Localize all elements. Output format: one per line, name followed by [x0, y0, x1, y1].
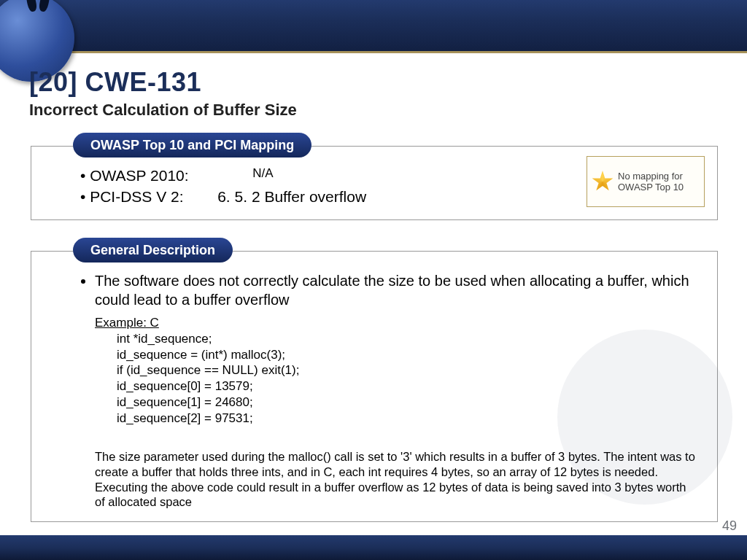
- mapping-header-pill: OWASP Top 10 and PCI Mapping: [73, 133, 311, 158]
- owasp-label: OWASP 2010:: [90, 165, 217, 186]
- description-bullet: The software does not correctly calculat…: [95, 271, 706, 310]
- description-header-pill: General Description: [73, 238, 233, 262]
- code-line: id_sequence = (int*) malloc(3);: [117, 347, 700, 363]
- top-banner: [0, 0, 747, 53]
- star-icon: [592, 171, 614, 192]
- badge-text: No mapping for OWASP Top 10: [618, 171, 700, 192]
- code-line: if (id_sequence == NULL) exit(1);: [117, 362, 700, 378]
- bottom-banner: [0, 535, 747, 560]
- pci-label: PCI-DSS V 2:: [90, 186, 217, 207]
- code-line: id_sequence[2] = 97531;: [117, 411, 700, 427]
- slide-title: [20] CWE-131: [29, 67, 718, 98]
- owasp-value: N/A: [252, 165, 273, 186]
- example-explanation: The size parameter used during the mallo…: [95, 449, 697, 510]
- no-mapping-badge: No mapping for OWASP Top 10: [587, 156, 705, 207]
- code-line: id_sequence[0] = 13579;: [117, 378, 700, 394]
- slide-subtitle: Incorrect Calculation of Buffer Size: [29, 101, 718, 120]
- example-block: Example: C int *id_sequence; id_sequence…: [95, 315, 700, 426]
- description-content: The software does not correctly calculat…: [79, 271, 706, 310]
- code-line: int *id_sequence;: [117, 331, 700, 347]
- pci-value: 6. 5. 2 Buffer overflow: [217, 186, 366, 207]
- page-number: 49: [722, 518, 737, 534]
- mapping-content: • OWASP 2010: N/A • PCI-DSS V 2: 6. 5. 2…: [80, 165, 620, 208]
- code-line: id_sequence[1] = 24680;: [117, 394, 700, 411]
- example-header: Example: C: [95, 315, 700, 331]
- owasp-logo: [0, 0, 89, 67]
